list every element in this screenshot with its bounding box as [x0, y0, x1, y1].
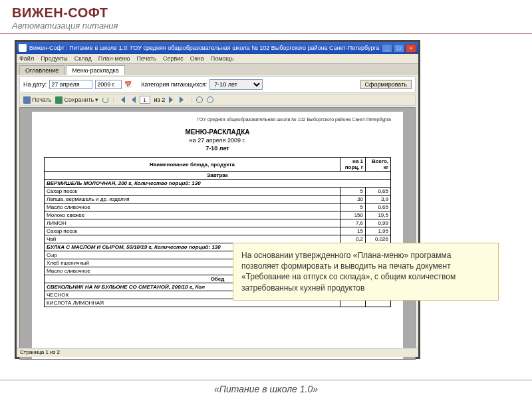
status-bar: Страница 1 из 2 [17, 348, 418, 357]
footer-text: «Питание в школе 1.0» [214, 384, 318, 394]
table-row: Лапша, вермишель и др. изделия303,9 [45, 196, 391, 203]
on-date-label: На дату: [23, 81, 47, 88]
save-button[interactable]: Сохранить▾ [55, 96, 98, 104]
menu-products[interactable]: Продукты [41, 55, 68, 62]
category-label: Категория питающихся: [141, 81, 207, 88]
prev-page-button[interactable] [129, 96, 136, 103]
refresh-button[interactable] [102, 97, 108, 103]
date-input[interactable] [49, 80, 92, 89]
doc-age: 7-10 лет [44, 145, 391, 152]
zoom-out-icon[interactable] [196, 96, 203, 103]
document-page: ГОУ средняя общеобразовательная школа № … [32, 112, 403, 360]
meal-breakfast: Завтрак [45, 172, 391, 180]
generate-button[interactable]: Сформировать [360, 80, 412, 89]
page-total: из 2 [154, 96, 166, 103]
document-viewport[interactable]: ГОУ средняя общеобразовательная школа № … [19, 107, 416, 360]
dish-1: ВЕРМИШЕЛЬ МОЛОЧНАЯ, 200 г, Количество по… [45, 180, 391, 188]
brand-subtitle: Автоматизация питания [12, 21, 520, 31]
doc-date: на 27 апреля 2009 г. [44, 137, 391, 144]
maximize-button[interactable]: □ [394, 44, 404, 53]
table-row: Чай0,20,026 [45, 235, 391, 243]
doc-title: МЕНЮ-РАСКЛАДКА [44, 128, 391, 136]
table-row: Сахар песок151,95 [45, 227, 391, 235]
tabs: Оглавление Меню-раскладка [17, 64, 418, 75]
tab-toc[interactable]: Оглавление [19, 65, 65, 75]
print-toolbar: Печать Сохранить▾ | из 2 | [19, 94, 416, 106]
refresh-icon [102, 97, 108, 103]
col-name: Наименование блюда, продукта [45, 158, 340, 172]
last-page-button[interactable] [180, 96, 186, 103]
menu-plan[interactable]: План-меню [98, 55, 130, 62]
print-icon [23, 96, 31, 104]
category-select[interactable]: 7-10 лет [209, 79, 263, 90]
col-per: на 1 порц, г [340, 158, 366, 172]
window-title: Вижен-Софт : Питание в школе 1.0: ГОУ ср… [29, 45, 382, 51]
save-icon [55, 96, 63, 104]
table-row: Молоко свежее15019,5 [45, 211, 391, 219]
callout-text: На основании утвержденного «Плана-меню» … [241, 251, 456, 293]
menu-warehouse[interactable]: Склад [74, 55, 92, 62]
next-page-button[interactable] [169, 96, 176, 103]
year-input[interactable] [95, 80, 122, 89]
zoom-in-icon[interactable] [207, 96, 213, 103]
menu-service[interactable]: Сервис [163, 55, 184, 62]
page-input[interactable] [140, 96, 150, 104]
first-page-button[interactable] [118, 96, 125, 103]
brand-name: ВИЖЕН-СОФТ [12, 5, 520, 21]
menu-help[interactable]: Помощь [211, 55, 234, 62]
minimize-button[interactable]: _ [382, 44, 392, 53]
slide-footer: «Питание в школе 1.0» [0, 380, 532, 395]
tab-layout[interactable]: Меню-раскладка [66, 65, 125, 75]
table-row: Масло сливочное50,65 [45, 203, 391, 211]
calendar-icon[interactable]: 📅 [124, 81, 132, 88]
table-row: ЛИМОН7,60,99 [45, 219, 391, 227]
filter-bar: На дату: 📅 Категория питающихся: 7-10 ле… [19, 76, 416, 92]
col-total: Всего, кг [366, 158, 391, 172]
menu-window[interactable]: Окна [190, 55, 204, 62]
org-name: ГОУ средняя общеобразовательная школа № … [44, 117, 391, 122]
print-button[interactable]: Печать [23, 96, 51, 104]
app-window: Вижен-Софт : Питание в школе 1.0: ГОУ ср… [15, 40, 420, 359]
menu-file[interactable]: Файл [19, 55, 34, 62]
menu-print[interactable]: Печать [136, 55, 156, 62]
table-row: Сахар песок50,65 [45, 188, 391, 196]
status-page: Страница 1 из 2 [20, 349, 60, 355]
slide-header: ВИЖЕН-СОФТ Автоматизация питания [0, 0, 532, 34]
app-icon [19, 44, 27, 52]
close-button[interactable]: × [406, 44, 416, 53]
titlebar[interactable]: Вижен-Софт : Питание в школе 1.0: ГОУ ср… [17, 42, 418, 54]
callout-note: На основании утвержденного «Плана-меню» … [233, 243, 499, 301]
menubar: Файл Продукты Склад План-меню Печать Сер… [17, 54, 418, 64]
